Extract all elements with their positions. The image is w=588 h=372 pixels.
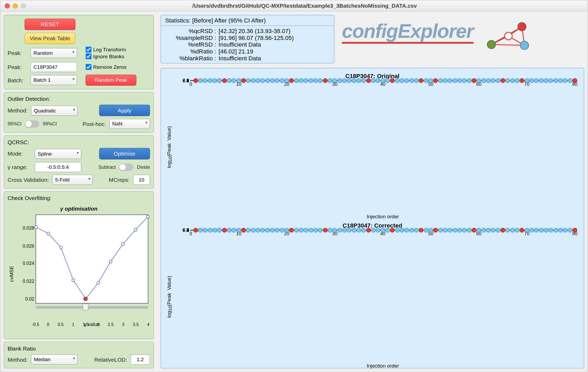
data-point [419,78,424,83]
blank-title: Blank Ratio [8,346,150,352]
data-point [520,228,525,232]
data-point [352,228,356,232]
data-point [265,228,270,232]
data-point [424,228,429,232]
posthoc-select[interactable]: NaN [109,119,150,129]
ignore-blanks-checkbox[interactable]: Ignore Blanks [86,53,150,59]
data-point [342,228,347,232]
data-point [549,228,553,232]
data-point [275,78,280,83]
stat-key: %dRatio : [165,48,216,55]
mode-label: Mode: [8,151,31,157]
data-point [448,78,452,83]
corrected-xlabel: Injection order [190,363,575,369]
data-point [549,78,553,83]
statistics-box: Statistics: [Before] After (95% CI After… [160,15,334,63]
data-point [544,228,549,232]
data-point [438,78,443,83]
data-point [265,78,270,83]
data-point [323,228,328,232]
peak-select[interactable]: Random [30,48,77,58]
stat-value: Insufficient Data [216,55,261,62]
data-point [424,78,429,83]
stat-key: %blankRatio : [165,55,216,62]
data-point [376,228,380,232]
original-plot[interactable]: 5.866.26.46.66.877.2 01020304050607080 [190,80,575,81]
data-point [337,78,342,83]
qcrsc-title: QCRSC: [8,139,150,146]
data-point [260,78,265,83]
optimise-button[interactable]: Optimise [99,148,150,159]
data-point [260,228,265,232]
gamma-point [72,279,75,282]
data-point [457,228,462,232]
data-point [333,78,337,83]
data-point [227,228,232,232]
data-point [400,78,405,83]
random-peak-button[interactable]: Random Peak [86,75,136,86]
corrected-plot[interactable]: 5.866.26.46.66.877.2 01020304050607080 [190,230,575,230]
statistics-header: Statistics: [Before] After (95% CI After… [161,15,334,26]
mode-select[interactable]: Spline [35,149,81,159]
maximize-icon [21,3,26,8]
outlier-method-label: Method: [8,107,27,114]
subtract-divide-toggle[interactable] [119,164,134,171]
data-point [500,78,505,83]
cv-select[interactable]: 5-Fold [52,175,93,185]
lod-input[interactable] [131,355,150,365]
data-point [208,78,212,83]
data-point [429,78,433,83]
data-point [534,228,539,232]
lod-label: RelativeLOD: [94,356,127,363]
data-point [313,228,318,232]
outlier-title: Outlier Detection: [8,96,150,102]
data-point [337,228,342,232]
data-point [467,78,472,83]
svg-line-2 [491,44,525,45]
divide-label: Divide [137,165,150,170]
apply-button[interactable]: Apply [99,105,150,116]
remove-zeros-checkbox[interactable]: Remove Zeros [86,64,150,70]
data-point [520,78,525,83]
data-point [529,78,534,83]
blank-method-select[interactable]: Median [31,355,77,365]
minimize-icon[interactable] [13,3,18,8]
reset-button[interactable]: RESET [25,19,75,30]
close-icon[interactable] [5,3,10,8]
ci-toggle[interactable] [25,120,39,127]
gamma-slider[interactable] [36,305,148,315]
outlier-method-select[interactable]: Quadratic [31,105,77,115]
data-point [409,78,414,83]
view-peak-table-button[interactable]: View Peak Table [25,33,75,44]
data-point [395,228,400,232]
data-point [356,228,361,232]
data-point [568,228,572,232]
data-point [409,228,414,232]
data-point [304,78,309,83]
ci99-label: 99%CI [43,121,57,126]
batch-select[interactable]: Batch 1 [30,75,77,85]
gamma-point [97,281,100,285]
data-point [289,228,294,232]
stat-key: %qcRSD : [165,28,216,34]
log-transform-checkbox[interactable]: Log Transform [86,47,150,52]
stat-key: %refRSD : [165,41,216,48]
peak-input[interactable] [30,62,77,72]
svg-point-7 [504,32,512,40]
gamma-plot-title: γ optimisation [8,206,150,212]
data-point [361,228,366,232]
data-point [213,78,217,83]
data-point [356,78,361,83]
data-point [309,78,313,83]
app-window: /Users/dvdbrdhrst/GitHub/QC-MXP/testdata… [0,0,588,372]
data-point [241,228,246,232]
gamma-input[interactable] [35,162,81,172]
data-point [270,78,275,83]
gamma-point [121,242,125,246]
mcreps-input[interactable] [133,175,150,185]
data-point [347,228,352,232]
plot-area: C18P3047: Original log10(Peak Value) 5.8… [160,68,584,368]
data-point [472,78,476,83]
subtract-label: Subtract [98,165,116,170]
right-column: Statistics: [Before] After (95% CI After… [157,11,587,372]
